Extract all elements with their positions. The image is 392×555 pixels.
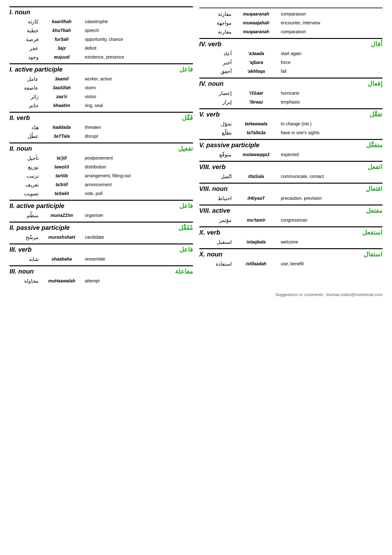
vocab-row: ترتيبtartiibarrangement, fitting-out bbox=[9, 171, 193, 180]
transliteration: muHaawalah bbox=[41, 278, 82, 283]
translation: catastrophe bbox=[82, 19, 193, 24]
arabic-word: أجبر bbox=[199, 60, 234, 66]
vocab-row: متوقّعmutawaqqa3expected bbox=[199, 150, 383, 159]
vocab-row: منظّمmunaZZimorganiser bbox=[9, 211, 193, 220]
section-title-en: II. noun bbox=[9, 145, 32, 152]
translation: distribution bbox=[82, 164, 193, 169]
section-header-IV-verb: IV. verbأفال bbox=[199, 38, 383, 49]
section-title-en: VIII. noun bbox=[199, 185, 228, 192]
arabic-word: متوقّع bbox=[199, 152, 234, 158]
section-title-ar: اتفعل bbox=[368, 163, 383, 171]
section-header-VIII-noun: VIII. nounافتعال bbox=[199, 183, 383, 194]
vocab-row: مرشّحmurashshaHcandidate bbox=[9, 233, 193, 242]
section-title-ar: تفعَّل bbox=[370, 110, 383, 118]
arabic-word: تطلّع bbox=[199, 130, 234, 136]
section-header-IV-noun: IV. nounإفعال bbox=[199, 78, 383, 89]
translation: vote, poll bbox=[82, 191, 193, 196]
translation: comparaison bbox=[278, 29, 383, 34]
arabic-word: مواجهة bbox=[199, 20, 234, 26]
section-title-ar: فاعل bbox=[179, 246, 193, 253]
translation: force bbox=[278, 60, 383, 65]
transliteration: 3ajz bbox=[41, 46, 82, 51]
vocab-row: مؤتمرmu'tamircongressman bbox=[199, 216, 383, 224]
section-header-V-verb: V. verbتفعَّل bbox=[199, 108, 383, 119]
arabic-word: عطّل bbox=[9, 133, 41, 139]
translation: have in one's sights bbox=[278, 130, 383, 135]
vocab-row: عاصفة3aaSifahstorm bbox=[9, 83, 193, 92]
translation: welcome bbox=[278, 239, 383, 244]
translation: worker, active bbox=[82, 76, 193, 81]
section-title-en: II. verb bbox=[9, 114, 30, 122]
section-header-V-passive-participle: V. passive participleمتفعَّل bbox=[199, 139, 383, 150]
arabic-word: مقارنة bbox=[199, 29, 234, 35]
section-II-verb: II. verbفَعَّلهدّدhaddadathreatenعطّل3aT… bbox=[9, 112, 193, 141]
arabic-word: ترتيب bbox=[9, 173, 41, 179]
transliteration: 'akhfaqa bbox=[234, 69, 278, 74]
arabic-word: زائر bbox=[9, 94, 41, 100]
transliteration: muwaajahah bbox=[234, 20, 278, 25]
arabic-word: تعريف bbox=[9, 182, 41, 188]
section-II-passive-participle: II. passive participleمُفَعَّلمرشّحmuras… bbox=[9, 222, 193, 242]
section-title-ar: أفال bbox=[371, 40, 383, 48]
section-VIII-verb: VIII. verbاتفعلاتّصلittaSalacommunicate,… bbox=[199, 161, 383, 181]
section-title-en: I. active participle bbox=[9, 66, 63, 73]
vocab-row: كارثةkaarithahcatastrophe bbox=[9, 17, 193, 26]
transliteration: muqaaranah bbox=[234, 29, 278, 34]
vocab-row: عطّل3aTTaladisrupt bbox=[9, 132, 193, 141]
transliteration: taHawwala bbox=[234, 121, 278, 126]
section-header-X-noun: X. nounاستفال bbox=[199, 248, 383, 259]
vocab-row: أعاد'a3aadastart again bbox=[199, 49, 383, 58]
transliteration: murashshaH bbox=[41, 235, 82, 240]
arabic-word: خطبة bbox=[9, 28, 41, 34]
arabic-word: إبراز bbox=[199, 99, 234, 105]
arabic-word: إعصار bbox=[199, 90, 234, 96]
section-title-ar: فَعَّل bbox=[182, 114, 193, 122]
section-title-ar: استفال bbox=[364, 250, 383, 258]
translation: organiser bbox=[82, 213, 193, 218]
vocab-row: إبراز'ibraazemphasis bbox=[199, 98, 383, 106]
section-title-ar: فاعل bbox=[179, 202, 193, 210]
section-V-passive-participle: V. passive participleمتفعَّلمتوقّعmutawa… bbox=[199, 139, 383, 159]
transliteration: 3aaSifah bbox=[41, 85, 82, 90]
section-III-verb: III. verbفاعلشابهshaabaharessemble bbox=[9, 243, 193, 263]
transliteration: taSwiit bbox=[41, 191, 82, 196]
vocab-row: أجبر'ajbaraforce bbox=[199, 58, 383, 67]
transliteration: wujuud bbox=[41, 54, 82, 60]
arabic-word: مرشّح bbox=[9, 234, 41, 240]
translation: precaution, prevision bbox=[278, 196, 383, 201]
vocab-row: عجز3ajzdeficit bbox=[9, 44, 193, 53]
section-title-ar: إفعال bbox=[368, 80, 383, 87]
section-I-noun: I. nounكارثةkaarithahcatastropheخطبةkhuT… bbox=[9, 6, 193, 61]
transliteration: ta3riif bbox=[41, 182, 82, 187]
section-header-II-noun: II. nounتفعيل bbox=[9, 142, 193, 154]
translation: visitor bbox=[82, 94, 193, 99]
vocab-row: توزيعtawzii3distribution bbox=[9, 162, 193, 171]
section-header-III-noun: III. nounمفاعلة bbox=[9, 265, 193, 276]
vocab-row: تعريفta3riifannoncement bbox=[9, 180, 193, 189]
arabic-word: وجود bbox=[9, 54, 41, 60]
transliteration: khaatim bbox=[41, 103, 82, 108]
vocab-row: تأجيلta'jiilpostponement bbox=[9, 154, 193, 162]
arabic-word: استقبل bbox=[199, 239, 234, 245]
translation: fail bbox=[278, 69, 383, 74]
arabic-word: عاصفة bbox=[9, 85, 41, 91]
arabic-word: استفادة bbox=[199, 261, 234, 267]
section-title-en: IV. verb bbox=[199, 41, 221, 48]
transliteration: mu'tamir bbox=[234, 218, 278, 223]
transliteration: iHtiyaaT bbox=[234, 196, 278, 201]
arabic-word: تحوّل bbox=[199, 121, 234, 127]
arabic-word: مؤتمر bbox=[199, 217, 234, 223]
section-I-active-participle: I. active participleفاعلعامل3aamilworker… bbox=[9, 63, 193, 110]
section-II-active-participle: II. active participleفاعلمنظّمmunaZZimor… bbox=[9, 200, 193, 220]
translation: threaten bbox=[82, 125, 193, 130]
section-title-en: I. noun bbox=[9, 9, 30, 16]
section-X-verb: X. verbاستفعلاستقبلistaqbalawelcome bbox=[199, 226, 383, 246]
vocab-row: تطلّعtaTalla3ahave in one's sights bbox=[199, 128, 383, 137]
arabic-word: تأجيل bbox=[9, 155, 41, 161]
transliteration: zaa'ir bbox=[41, 94, 82, 99]
arabic-word: تصويت bbox=[9, 191, 41, 197]
translation: opportunity, chance bbox=[82, 37, 193, 42]
translation: use, benefit bbox=[278, 261, 383, 266]
section-title-en: X. noun bbox=[199, 251, 222, 258]
page-layout: I. nounكارثةkaarithahcatastropheخطبةkhuT… bbox=[9, 6, 383, 287]
